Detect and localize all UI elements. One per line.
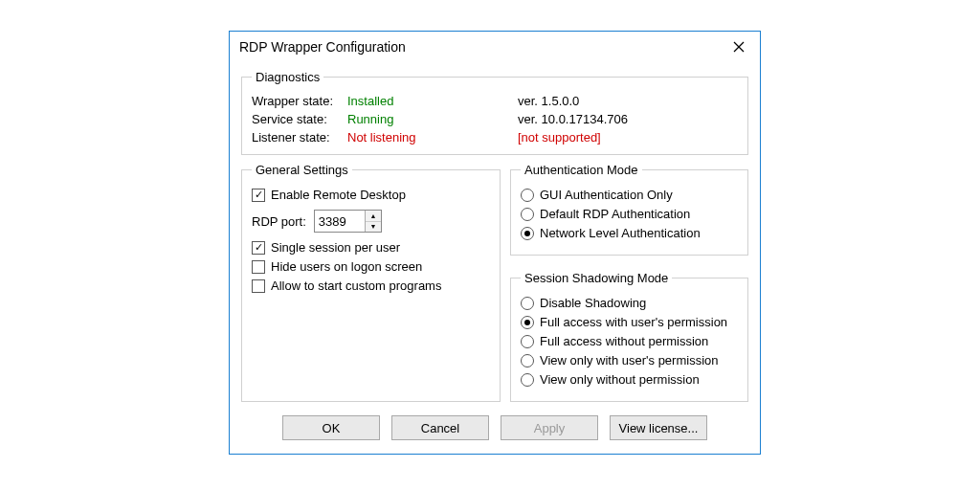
window-body: Diagnostics Wrapper state: Installed ver… xyxy=(230,62,760,454)
auth-default-radio[interactable] xyxy=(521,208,534,221)
auth-default-label: Default RDP Authentication xyxy=(540,207,690,221)
shadow-full-perm-label: Full access with user's permission xyxy=(540,315,727,329)
shadow-view-perm-label: View only with user's permission xyxy=(540,353,718,368)
allow-custom-row: Allow to start custom programs xyxy=(252,278,490,293)
shadow-view-perm-radio[interactable] xyxy=(521,354,534,368)
shadow-view-noperm-label: View only without permission xyxy=(540,372,700,387)
allow-custom-checkbox[interactable] xyxy=(252,279,265,293)
cancel-button[interactable]: Cancel xyxy=(391,415,489,440)
shadow-view-perm-row: View only with user's permission xyxy=(521,353,738,368)
button-bar: OK Cancel Apply View license... xyxy=(241,410,748,442)
shadow-full-noperm-label: Full access without permission xyxy=(540,334,708,348)
wrapper-version: ver. 1.5.0.0 xyxy=(518,94,738,108)
diagnostics-group: Diagnostics Wrapper state: Installed ver… xyxy=(241,70,748,155)
single-session-label: Single session per user xyxy=(271,240,400,255)
apply-button[interactable]: Apply xyxy=(501,415,598,440)
auth-nla-radio[interactable] xyxy=(521,227,534,240)
hide-users-label: Hide users on logon screen xyxy=(271,259,422,274)
wrapper-state-label: Wrapper state: xyxy=(252,94,347,108)
close-icon xyxy=(733,41,745,53)
rdp-port-stepper: ▲ ▼ xyxy=(366,211,381,232)
view-license-button[interactable]: View license... xyxy=(610,415,707,440)
shadow-disable-label: Disable Shadowing xyxy=(540,296,646,310)
window-title: RDP Wrapper Configuration xyxy=(239,39,406,55)
shadow-full-perm-radio[interactable] xyxy=(521,316,534,329)
wrapper-state-row: Wrapper state: Installed ver. 1.5.0.0 xyxy=(252,94,738,108)
single-session-row: Single session per user xyxy=(252,240,490,255)
general-settings-group: General Settings Enable Remote Desktop R… xyxy=(241,163,501,402)
listener-state-row: Listener state: Not listening [not suppo… xyxy=(252,130,738,145)
close-button[interactable] xyxy=(717,32,760,62)
service-state-row: Service state: Running ver. 10.0.17134.7… xyxy=(252,112,738,126)
shadow-mode-group: Session Shadowing Mode Disable Shadowing… xyxy=(510,271,748,402)
shadow-disable-radio[interactable] xyxy=(521,297,534,310)
auth-mode-group: Authentication Mode GUI Authentication O… xyxy=(510,163,748,256)
shadow-full-noperm-radio[interactable] xyxy=(521,335,534,348)
shadow-full-perm-row: Full access with user's permission xyxy=(521,315,738,329)
single-session-checkbox[interactable] xyxy=(252,241,265,255)
shadow-legend: Session Shadowing Mode xyxy=(521,271,672,285)
diagnostics-legend: Diagnostics xyxy=(252,70,323,84)
service-state-value: Running xyxy=(347,112,518,126)
auth-legend: Authentication Mode xyxy=(521,163,642,177)
config-window: RDP Wrapper Configuration Diagnostics Wr… xyxy=(229,31,761,455)
rdp-port-row: RDP port: 3389 ▲ ▼ xyxy=(252,210,490,233)
general-legend: General Settings xyxy=(252,163,352,177)
service-state-label: Service state: xyxy=(252,112,347,126)
auth-gui-row: GUI Authentication Only xyxy=(521,188,738,202)
shadow-full-noperm-row: Full access without permission xyxy=(521,334,738,348)
titlebar: RDP Wrapper Configuration xyxy=(230,32,760,62)
auth-gui-label: GUI Authentication Only xyxy=(540,188,673,202)
rdp-port-label: RDP port: xyxy=(252,214,306,229)
shadow-disable-row: Disable Shadowing xyxy=(521,296,738,310)
auth-nla-label: Network Level Authentication xyxy=(540,226,701,240)
rdp-port-value: 3389 xyxy=(315,211,366,232)
wrapper-state-value: Installed xyxy=(347,94,518,108)
enable-rdp-checkbox[interactable] xyxy=(252,189,265,202)
listener-state-value: Not listening xyxy=(347,130,518,145)
auth-gui-radio[interactable] xyxy=(521,189,534,202)
hide-users-row: Hide users on logon screen xyxy=(252,259,490,274)
shadow-view-noperm-row: View only without permission xyxy=(521,372,738,387)
auth-nla-row: Network Level Authentication xyxy=(521,226,738,240)
hide-users-checkbox[interactable] xyxy=(252,260,265,274)
port-down-button[interactable]: ▼ xyxy=(366,222,381,233)
port-up-button[interactable]: ▲ xyxy=(366,211,381,222)
enable-rdp-label: Enable Remote Desktop xyxy=(271,188,406,202)
rdp-port-input[interactable]: 3389 ▲ ▼ xyxy=(314,210,382,233)
listener-state-label: Listener state: xyxy=(252,130,347,145)
service-version: ver. 10.0.17134.706 xyxy=(518,112,738,126)
shadow-view-noperm-radio[interactable] xyxy=(521,373,534,387)
listener-supported: [not supported] xyxy=(518,130,738,145)
allow-custom-label: Allow to start custom programs xyxy=(271,278,441,293)
ok-button[interactable]: OK xyxy=(282,415,380,440)
auth-default-row: Default RDP Authentication xyxy=(521,207,738,221)
enable-rdp-row: Enable Remote Desktop xyxy=(252,188,490,202)
